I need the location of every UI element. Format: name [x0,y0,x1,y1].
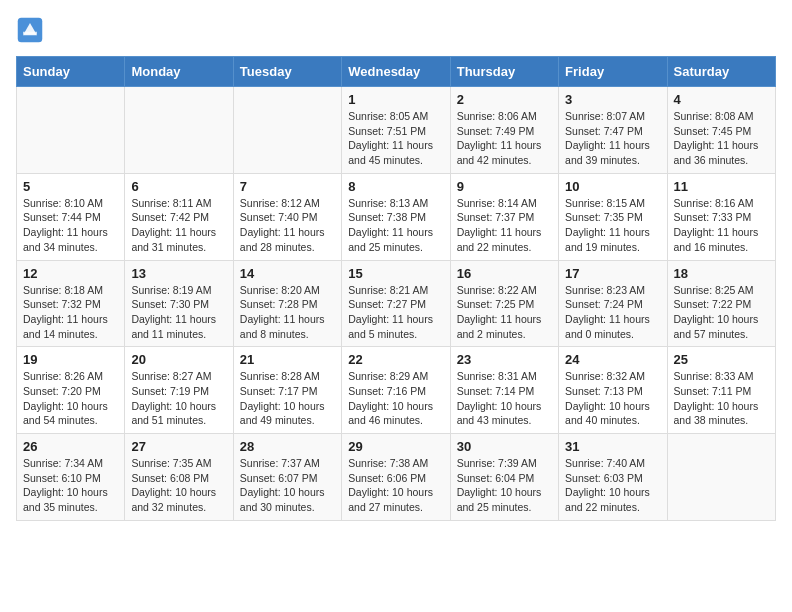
day-number: 5 [23,179,118,194]
cell-info: Sunrise: 8:07 AMSunset: 7:47 PMDaylight:… [565,109,660,168]
calendar-cell [667,434,775,521]
calendar-cell: 22Sunrise: 8:29 AMSunset: 7:16 PMDayligh… [342,347,450,434]
cell-info: Sunrise: 7:37 AMSunset: 6:07 PMDaylight:… [240,456,335,515]
day-number: 17 [565,266,660,281]
day-header-wednesday: Wednesday [342,57,450,87]
day-number: 11 [674,179,769,194]
week-row-4: 19Sunrise: 8:26 AMSunset: 7:20 PMDayligh… [17,347,776,434]
cell-info: Sunrise: 8:12 AMSunset: 7:40 PMDaylight:… [240,196,335,255]
day-number: 1 [348,92,443,107]
cell-info: Sunrise: 7:38 AMSunset: 6:06 PMDaylight:… [348,456,443,515]
cell-info: Sunrise: 7:35 AMSunset: 6:08 PMDaylight:… [131,456,226,515]
svg-rect-2 [23,32,37,35]
day-header-thursday: Thursday [450,57,558,87]
day-number: 24 [565,352,660,367]
day-number: 2 [457,92,552,107]
cell-info: Sunrise: 8:15 AMSunset: 7:35 PMDaylight:… [565,196,660,255]
calendar-cell: 8Sunrise: 8:13 AMSunset: 7:38 PMDaylight… [342,173,450,260]
day-header-tuesday: Tuesday [233,57,341,87]
day-header-sunday: Sunday [17,57,125,87]
cell-info: Sunrise: 8:13 AMSunset: 7:38 PMDaylight:… [348,196,443,255]
calendar-cell: 7Sunrise: 8:12 AMSunset: 7:40 PMDaylight… [233,173,341,260]
day-number: 10 [565,179,660,194]
calendar-cell: 31Sunrise: 7:40 AMSunset: 6:03 PMDayligh… [559,434,667,521]
day-header-monday: Monday [125,57,233,87]
day-number: 9 [457,179,552,194]
calendar-cell: 19Sunrise: 8:26 AMSunset: 7:20 PMDayligh… [17,347,125,434]
cell-info: Sunrise: 8:11 AMSunset: 7:42 PMDaylight:… [131,196,226,255]
calendar-cell: 11Sunrise: 8:16 AMSunset: 7:33 PMDayligh… [667,173,775,260]
day-number: 23 [457,352,552,367]
cell-info: Sunrise: 8:06 AMSunset: 7:49 PMDaylight:… [457,109,552,168]
calendar-cell: 2Sunrise: 8:06 AMSunset: 7:49 PMDaylight… [450,87,558,174]
cell-info: Sunrise: 8:27 AMSunset: 7:19 PMDaylight:… [131,369,226,428]
cell-info: Sunrise: 8:28 AMSunset: 7:17 PMDaylight:… [240,369,335,428]
day-number: 22 [348,352,443,367]
calendar-cell: 15Sunrise: 8:21 AMSunset: 7:27 PMDayligh… [342,260,450,347]
day-number: 15 [348,266,443,281]
day-number: 16 [457,266,552,281]
calendar-cell: 20Sunrise: 8:27 AMSunset: 7:19 PMDayligh… [125,347,233,434]
cell-info: Sunrise: 8:14 AMSunset: 7:37 PMDaylight:… [457,196,552,255]
cell-info: Sunrise: 8:25 AMSunset: 7:22 PMDaylight:… [674,283,769,342]
week-row-1: 1Sunrise: 8:05 AMSunset: 7:51 PMDaylight… [17,87,776,174]
cell-info: Sunrise: 8:05 AMSunset: 7:51 PMDaylight:… [348,109,443,168]
cell-info: Sunrise: 8:26 AMSunset: 7:20 PMDaylight:… [23,369,118,428]
calendar-table: SundayMondayTuesdayWednesdayThursdayFrid… [16,56,776,521]
day-number: 7 [240,179,335,194]
day-number: 13 [131,266,226,281]
calendar-cell: 17Sunrise: 8:23 AMSunset: 7:24 PMDayligh… [559,260,667,347]
calendar-cell: 23Sunrise: 8:31 AMSunset: 7:14 PMDayligh… [450,347,558,434]
cell-info: Sunrise: 8:21 AMSunset: 7:27 PMDaylight:… [348,283,443,342]
day-number: 26 [23,439,118,454]
week-row-2: 5Sunrise: 8:10 AMSunset: 7:44 PMDaylight… [17,173,776,260]
cell-info: Sunrise: 8:22 AMSunset: 7:25 PMDaylight:… [457,283,552,342]
calendar-cell: 27Sunrise: 7:35 AMSunset: 6:08 PMDayligh… [125,434,233,521]
calendar-header: SundayMondayTuesdayWednesdayThursdayFrid… [17,57,776,87]
calendar-cell: 18Sunrise: 8:25 AMSunset: 7:22 PMDayligh… [667,260,775,347]
cell-info: Sunrise: 8:23 AMSunset: 7:24 PMDaylight:… [565,283,660,342]
calendar-cell [233,87,341,174]
cell-info: Sunrise: 7:40 AMSunset: 6:03 PMDaylight:… [565,456,660,515]
day-number: 20 [131,352,226,367]
day-number: 14 [240,266,335,281]
page-header [16,16,776,44]
cell-info: Sunrise: 8:19 AMSunset: 7:30 PMDaylight:… [131,283,226,342]
day-number: 30 [457,439,552,454]
cell-info: Sunrise: 8:18 AMSunset: 7:32 PMDaylight:… [23,283,118,342]
calendar-cell: 4Sunrise: 8:08 AMSunset: 7:45 PMDaylight… [667,87,775,174]
cell-info: Sunrise: 8:31 AMSunset: 7:14 PMDaylight:… [457,369,552,428]
day-number: 19 [23,352,118,367]
calendar-cell: 1Sunrise: 8:05 AMSunset: 7:51 PMDaylight… [342,87,450,174]
calendar-cell: 12Sunrise: 8:18 AMSunset: 7:32 PMDayligh… [17,260,125,347]
week-row-5: 26Sunrise: 7:34 AMSunset: 6:10 PMDayligh… [17,434,776,521]
calendar-cell [125,87,233,174]
cell-info: Sunrise: 8:16 AMSunset: 7:33 PMDaylight:… [674,196,769,255]
calendar-cell: 10Sunrise: 8:15 AMSunset: 7:35 PMDayligh… [559,173,667,260]
cell-info: Sunrise: 8:32 AMSunset: 7:13 PMDaylight:… [565,369,660,428]
week-row-3: 12Sunrise: 8:18 AMSunset: 7:32 PMDayligh… [17,260,776,347]
calendar-cell: 29Sunrise: 7:38 AMSunset: 6:06 PMDayligh… [342,434,450,521]
calendar-cell: 13Sunrise: 8:19 AMSunset: 7:30 PMDayligh… [125,260,233,347]
day-number: 21 [240,352,335,367]
day-header-friday: Friday [559,57,667,87]
logo [16,16,48,44]
day-number: 27 [131,439,226,454]
day-header-saturday: Saturday [667,57,775,87]
cell-info: Sunrise: 8:10 AMSunset: 7:44 PMDaylight:… [23,196,118,255]
day-number: 28 [240,439,335,454]
cell-info: Sunrise: 8:33 AMSunset: 7:11 PMDaylight:… [674,369,769,428]
day-number: 31 [565,439,660,454]
calendar-cell: 26Sunrise: 7:34 AMSunset: 6:10 PMDayligh… [17,434,125,521]
calendar-cell: 28Sunrise: 7:37 AMSunset: 6:07 PMDayligh… [233,434,341,521]
logo-icon [16,16,44,44]
calendar-cell: 5Sunrise: 8:10 AMSunset: 7:44 PMDaylight… [17,173,125,260]
calendar-cell: 3Sunrise: 8:07 AMSunset: 7:47 PMDaylight… [559,87,667,174]
cell-info: Sunrise: 7:39 AMSunset: 6:04 PMDaylight:… [457,456,552,515]
day-number: 25 [674,352,769,367]
calendar-cell: 21Sunrise: 8:28 AMSunset: 7:17 PMDayligh… [233,347,341,434]
calendar-cell: 25Sunrise: 8:33 AMSunset: 7:11 PMDayligh… [667,347,775,434]
cell-info: Sunrise: 7:34 AMSunset: 6:10 PMDaylight:… [23,456,118,515]
day-number: 3 [565,92,660,107]
day-number: 18 [674,266,769,281]
